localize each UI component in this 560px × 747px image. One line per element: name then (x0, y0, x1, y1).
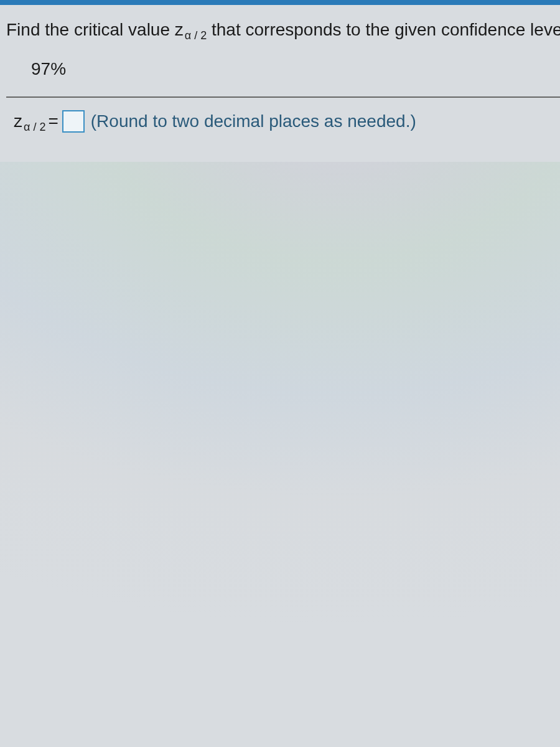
prompt-text-suffix: that corresponds to the given confidence… (207, 20, 560, 39)
question-content: Find the critical value zα / 2 that corr… (0, 5, 560, 133)
rounding-hint: (Round to two decimal places as needed.) (91, 111, 416, 131)
top-accent-bar (0, 0, 560, 5)
z-symbol: z (14, 111, 22, 131)
answer-input[interactable] (62, 110, 85, 133)
z-subscript: α / 2 (24, 121, 45, 134)
background-pattern (0, 162, 560, 747)
confidence-level-value: 97% (6, 59, 560, 96)
answer-row: zα / 2 = (Round to two decimal places as… (6, 98, 560, 133)
z-alpha-label: zα / 2 (14, 111, 45, 131)
prompt-text-prefix: Find the critical value z (6, 20, 184, 39)
equals-sign: = (48, 111, 58, 131)
question-prompt: Find the critical value zα / 2 that corr… (6, 17, 560, 59)
prompt-subscript: α / 2 (185, 29, 207, 42)
